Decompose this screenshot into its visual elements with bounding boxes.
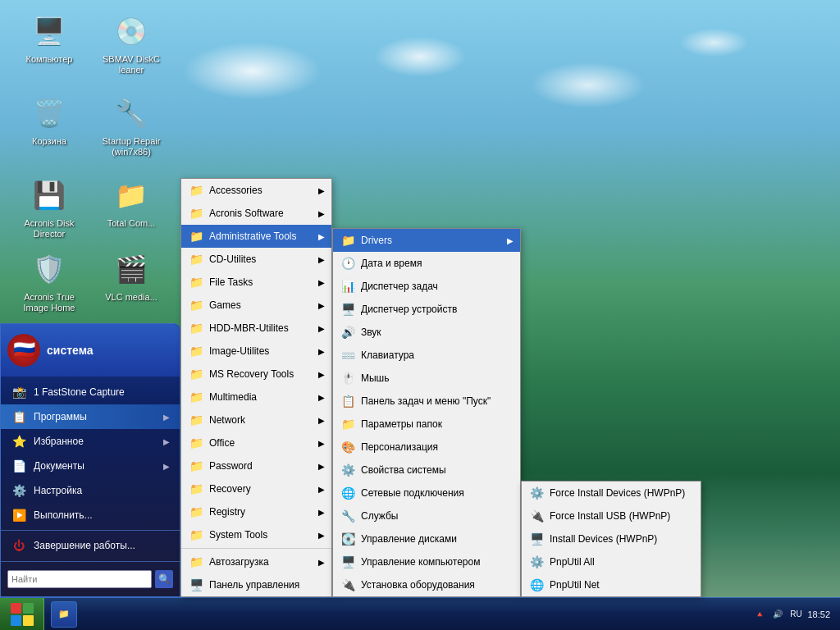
desktop-icon-startup[interactable]: 🔧 Startup Repair (win7x86) [98, 90, 164, 161]
desktop-icon-acronis-dd[interactable]: 💾 Acronis Disk Director [16, 172, 82, 243]
desktop-icon-computer[interactable]: 🖥️ Компьютер [16, 8, 82, 68]
panel-upravleniya-label: Панель управления [209, 579, 299, 591]
prog-item-recovery[interactable]: 📁 Recovery ▶ [181, 477, 331, 500]
password-arrow: ▶ [318, 462, 325, 471]
dispatcher-zadach-label: Диспетчер задач [361, 281, 438, 292]
drivers-item-force-install-usb[interactable]: 🔌 Force Install USB (HWPnP) [522, 504, 701, 527]
zavershenie-icon: ⏻ [11, 537, 27, 554]
prog-item-system-tools[interactable]: 📁 System Tools ▶ [181, 523, 331, 546]
admin-item-upravlenie-kompyuterom[interactable]: 🖥️ Управление компьютером [333, 550, 520, 573]
sbmav-label: SBMAV DiskC leaner [102, 54, 161, 75]
search-input[interactable] [7, 570, 152, 588]
menu-item-izbrannoe[interactable]: ⭐ Избранное ▶ [1, 429, 180, 454]
admin-item-shrifty[interactable]: 🔤 Шрифты [333, 596, 520, 597]
system-logo-icon: 🇷🇺 [13, 340, 35, 361]
admin-item-mysh[interactable]: 🖱️ Мышь [333, 367, 520, 390]
prog-item-games[interactable]: 📁 Games ▶ [181, 294, 331, 317]
drivers-folder-icon: 📁 [340, 232, 356, 249]
force-install-hwpnp-label: Force Install Devices (HWPnP) [550, 487, 685, 499]
acronis-dd-icon: 💾 [30, 176, 69, 215]
zvuk-label: Звук [361, 326, 381, 338]
admin-item-setevye[interactable]: 🌐 Сетевые подключения [333, 482, 520, 504]
menu-item-nastroika[interactable]: ⚙️ Настройка [1, 478, 180, 503]
prog-item-file-tasks[interactable]: 📁 File Tasks ▶ [181, 271, 331, 294]
network-label: Network [209, 414, 245, 426]
games-arrow: ▶ [318, 301, 325, 310]
menu-item-zavershenie[interactable]: ⏻ Завершение работы... [1, 533, 180, 558]
desktop: 🖥️ Компьютер 💿 SBMAV DiskC leaner 🗑️ Кор… [0, 0, 840, 630]
pnputil-all-label: PnpUtil All [550, 556, 595, 568]
search-bar: 🔍 [1, 565, 180, 593]
admin-item-dispatcher-ustroystv[interactable]: 🖥️ Диспетчер устройств [333, 298, 520, 321]
drivers-item-force-install-hwpnp[interactable]: ⚙️ Force Install Devices (HWPnP) [522, 482, 701, 504]
office-folder-icon: 📁 [188, 435, 204, 451]
desktop-icon-sbmav[interactable]: 💿 SBMAV DiskC leaner [98, 8, 164, 79]
file-tasks-arrow: ▶ [318, 278, 325, 287]
acronis-ti-label: Acronis True Image Home [20, 292, 79, 313]
prog-item-image-utils[interactable]: 📁 Image-Utilites ▶ [181, 340, 331, 363]
admin-item-personalizaciya[interactable]: 🎨 Персонализация [333, 436, 520, 459]
registry-folder-icon: 📁 [188, 504, 204, 520]
acronis-soft-label: Acronis Software [209, 208, 284, 219]
admin-item-panel-zadach[interactable]: 📋 Панель задач и меню "Пуск" [333, 390, 520, 413]
admin-item-dispatcher-zadach[interactable]: 📊 Диспетчер задач [333, 275, 520, 298]
menu-item-dokumenty[interactable]: 📄 Документы ▶ [1, 454, 180, 478]
admin-item-sluzhby[interactable]: 🔧 Службы [333, 504, 520, 527]
mysh-icon: 🖱️ [340, 370, 356, 386]
desktop-icon-acronis-ti[interactable]: 🛡️ Acronis True Image Home [16, 246, 82, 317]
recycle-icon: 🗑️ [30, 94, 69, 133]
win-logo-red [11, 603, 21, 614]
start-button[interactable] [0, 598, 44, 631]
prog-item-avtozagruzka[interactable]: 📁 Автозагрузка ▶ [181, 550, 331, 573]
prog-item-cd-utilites[interactable]: 📁 CD-Utilites ▶ [181, 248, 331, 271]
admin-item-klaviatura[interactable]: ⌨️ Клавиатура [333, 344, 520, 367]
prog-item-network[interactable]: 📁 Network ▶ [181, 409, 331, 431]
prog-item-registry[interactable]: 📁 Registry ▶ [181, 500, 331, 523]
vlc-icon: 🎬 [112, 249, 151, 289]
password-folder-icon: 📁 [188, 458, 204, 474]
drivers-item-install-devices[interactable]: 🖥️ Install Devices (HWPnP) [522, 527, 701, 550]
dokumenty-arrow: ▶ [163, 462, 170, 471]
prog-item-hdd-mbr[interactable]: 📁 HDD-MBR-Utilites ▶ [181, 317, 331, 340]
programs-menu: 📁 Accessories ▶ 📁 Acronis Software ▶ 📁 A… [180, 178, 332, 597]
drivers-item-pnputil-all[interactable]: ⚙️ PnpUtil All [522, 550, 701, 573]
menu-item-programmy[interactable]: 📋 Программы ▶ [1, 404, 180, 429]
prog-item-acronis-soft[interactable]: 📁 Acronis Software ▶ [181, 202, 331, 225]
admin-item-zvuk[interactable]: 🔊 Звук [333, 321, 520, 344]
search-button[interactable]: 🔍 [155, 570, 173, 588]
win-logo-blue [11, 615, 21, 626]
pnputil-all-icon: ⚙️ [528, 554, 545, 570]
desktop-icon-recycle[interactable]: 🗑️ Корзина [16, 90, 82, 150]
prog-item-ms-recovery[interactable]: 📁 MS Recovery Tools ▶ [181, 363, 331, 386]
admin-item-drivers[interactable]: 📁 Drivers ▶ [333, 229, 520, 252]
prog-item-admin-tools[interactable]: 📁 Administrative Tools ▶ [181, 225, 331, 248]
prog-item-multimedia[interactable]: 📁 Multimedia ▶ [181, 386, 331, 409]
admin-item-svoistva-sistemy[interactable]: ⚙️ Свойства системы [333, 459, 520, 482]
prog-item-office[interactable]: 📁 Office ▶ [181, 431, 331, 454]
dokumenty-label: Документы [34, 460, 84, 472]
prog-item-panel-upravleniya[interactable]: 🖥️ Панель управления [181, 573, 331, 596]
prog-item-accessories[interactable]: 📁 Accessories ▶ [181, 179, 331, 202]
admin-item-upravlenie-diskami[interactable]: 💽 Управление дисками [333, 527, 520, 550]
desktop-icon-totalcmd[interactable]: 📁 Total Com... [98, 172, 164, 232]
acronis-ti-icon: 🛡️ [30, 249, 69, 289]
admin-item-parametry-papok[interactable]: 📁 Параметры папок [333, 413, 520, 436]
prog-item-password[interactable]: 📁 Password ▶ [181, 454, 331, 477]
mysh-label: Мышь [361, 372, 390, 384]
desktop-icon-vlc[interactable]: 🎬 VLC media... [98, 246, 164, 306]
admin-item-data-vremya[interactable]: 🕐 Дата и время [333, 252, 520, 275]
install-devices-label: Install Devices (HWPnP) [550, 533, 657, 545]
drivers-item-pnputil-net[interactable]: 🌐 PnpUtil Net [522, 573, 701, 596]
admin-item-ustanovka[interactable]: 🔌 Установка оборудования [333, 573, 520, 596]
explorer-icon: 📁 [58, 609, 70, 619]
start-menu-items: 📸 1 FastStone Capture 📋 Программы ▶ ⭐ Из… [1, 377, 180, 561]
izbrannoe-arrow: ▶ [163, 437, 170, 446]
games-folder-icon: 📁 [188, 297, 204, 313]
menu-item-vypolnit[interactable]: ▶️ Выполнить... [1, 503, 180, 527]
admin-tools-arrow: ▶ [318, 232, 325, 241]
programmy-arrow: ▶ [163, 413, 170, 422]
pnputil-net-icon: 🌐 [528, 577, 545, 593]
menu-item-faststonecapture[interactable]: 📸 1 FastStone Capture [1, 380, 180, 404]
taskbar-btn-explorer[interactable]: 📁 [51, 601, 77, 628]
faststonecapture-icon: 📸 [11, 384, 27, 400]
